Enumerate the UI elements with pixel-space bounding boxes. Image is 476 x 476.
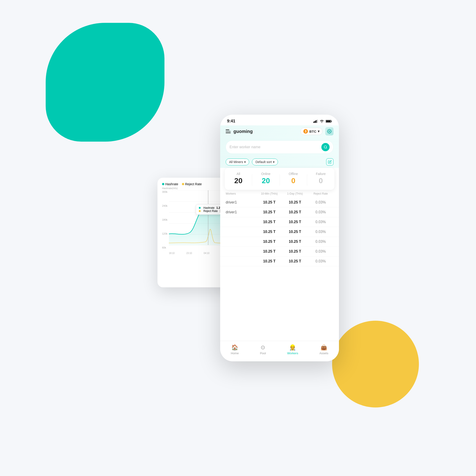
search-icon	[324, 145, 327, 149]
reject-rate-legend-dot	[182, 183, 184, 185]
svg-point-13	[324, 146, 327, 148]
tooltip-reject-label: Reject Rate	[204, 209, 218, 213]
status-bar: 9:41	[220, 115, 339, 125]
hashrate-1day: 10.25 T	[282, 259, 308, 263]
nav-icon-workers: 👷	[289, 344, 296, 351]
worker-table: driver1 10.25 T 10.25 T 0.03% driver1 10…	[220, 198, 339, 266]
currency-selector[interactable]: ₿ BTC ▾	[300, 128, 323, 135]
th-hashrate-10min: 10-Min (TH/s)	[256, 192, 282, 195]
hashrate-10min: 10.25 T	[256, 210, 282, 214]
table-row: 10.25 T 10.25 T 0.03%	[220, 237, 339, 247]
nav-icon-pool: ⊙	[261, 344, 265, 351]
search-bar[interactable]: Enter worker name	[226, 140, 334, 154]
online-label: Online	[252, 172, 279, 176]
hashrate-10min: 10.25 T	[256, 259, 282, 263]
svg-rect-11	[326, 120, 331, 122]
edit-icon	[328, 160, 332, 164]
svg-rect-8	[316, 120, 317, 123]
offline-value: 0	[280, 177, 307, 185]
nav-item-pool[interactable]: ⊙ Pool	[260, 344, 266, 355]
hashrate-10min: 10.25 T	[256, 230, 282, 234]
svg-rect-9	[317, 120, 318, 123]
reject-rate-legend: Reject Rate	[182, 182, 202, 186]
reject-rate: 0.03%	[308, 249, 334, 254]
nav-item-assets[interactable]: 👜 Assets	[319, 344, 328, 355]
nav-label-pool: Pool	[260, 352, 266, 355]
hashrate-1day: 10.25 T	[282, 200, 308, 204]
table-row: driver1 10.25 T 10.25 T 0.03%	[220, 198, 339, 207]
hashrate-1day: 10.25 T	[282, 210, 308, 214]
teal-background-shape	[46, 23, 164, 142]
table-row: 10.25 T 10.25 T 0.03%	[220, 247, 339, 256]
stat-offline: Offline 0	[280, 172, 307, 185]
offline-label: Offline	[280, 172, 307, 176]
reject-rate: 0.03%	[308, 259, 334, 263]
wifi-icon	[320, 120, 324, 123]
yellow-background-shape	[332, 321, 419, 408]
reject-rate: 0.03%	[308, 220, 334, 224]
hashrate-10min: 10.25 T	[256, 239, 282, 244]
svg-rect-7	[315, 121, 315, 123]
table-row: 10.25 T 10.25 T 0.03%	[220, 256, 339, 266]
battery-icon	[326, 120, 332, 123]
bottom-nav: 🏠 Home⊙ Pool👷 Workers👜 Assets	[220, 341, 339, 361]
username-label: guoming	[233, 129, 253, 134]
nav-label-assets: Assets	[319, 352, 328, 355]
hashrate-10min: 10.25 T	[256, 220, 282, 224]
search-placeholder: Enter worker name	[230, 145, 319, 149]
th-workers: Workers	[226, 192, 256, 195]
stat-all: All 20	[225, 172, 252, 185]
hamburger-menu[interactable]	[226, 130, 231, 133]
worker-name: driver1	[226, 200, 256, 204]
nav-label-home: Home	[231, 352, 239, 355]
hashrate-legend: Hashrate	[162, 182, 178, 186]
hashrate-legend-label: Hashrate	[165, 182, 178, 186]
hashrate-1day: 10.25 T	[282, 230, 308, 234]
stats-row: All 20 Online 20 Offline 0 Failure 0	[225, 172, 334, 186]
tooltip-reject-row: Reject Rate 1%	[199, 209, 224, 213]
sort-filter[interactable]: Default sort ▾	[252, 158, 278, 165]
stat-failure: Failure 0	[307, 172, 334, 185]
reject-rate: 0.03%	[308, 239, 334, 244]
nav-icon-assets: 👜	[321, 344, 327, 351]
sort-filter-label: Default sort	[255, 160, 272, 164]
failure-label: Failure	[307, 172, 334, 176]
table-row: driver1 10.25 T 10.25 T 0.03%	[220, 207, 339, 217]
phone-header: guoming ₿ BTC ▾	[220, 125, 339, 138]
online-value: 20	[252, 177, 279, 185]
tooltip-hashrate-row: Hashrate 1.2T	[199, 206, 224, 209]
hashrate-10min: 10.25 T	[256, 200, 282, 204]
th-hashrate-1day: 1-Day (TH/s)	[282, 192, 308, 195]
stats-card: All 20 Online 20 Offline 0 Failure 0	[225, 168, 334, 190]
failure-value: 0	[307, 177, 334, 185]
hashrate-1day: 10.25 T	[282, 239, 308, 244]
settings-button[interactable]	[325, 127, 334, 136]
stat-online: Online 20	[252, 172, 279, 185]
gear-icon	[327, 129, 332, 134]
miner-filter-chevron: ▾	[244, 160, 246, 164]
table-row: 10.25 T 10.25 T 0.03%	[220, 217, 339, 227]
search-button[interactable]	[321, 143, 330, 151]
currency-dropdown-icon: ▾	[318, 129, 320, 133]
signal-icon	[313, 120, 318, 123]
miner-filter-label: All Miners	[229, 160, 243, 164]
miner-filter[interactable]: All Miners ▾	[226, 158, 249, 165]
reject-rate-legend-label: Reject Rate	[185, 182, 202, 186]
chart-y-left-labels: 300k 240k 180k 120k 60k	[162, 190, 168, 249]
nav-item-home[interactable]: 🏠 Home	[231, 344, 239, 355]
search-area: Enter worker name	[220, 138, 339, 156]
edit-filter-button[interactable]	[326, 158, 334, 166]
hashrate-1day: 10.25 T	[282, 249, 308, 254]
nav-item-workers[interactable]: 👷 Workers	[287, 344, 298, 355]
filter-row: All Miners ▾ Default sort ▾	[220, 156, 339, 168]
nav-icon-home: 🏠	[231, 344, 238, 351]
reject-rate: 0.03%	[308, 230, 334, 234]
sort-filter-chevron: ▾	[273, 160, 274, 164]
hashrate-1day: 10.25 T	[282, 220, 308, 224]
header-left: guoming	[226, 129, 253, 134]
table-header: Workers 10-Min (TH/s) 1-Day (TH/s) Rejec…	[220, 190, 339, 198]
all-value: 20	[225, 177, 252, 185]
hashrate-legend-dot	[162, 183, 164, 185]
main-phone: 9:41	[220, 115, 339, 361]
chart-y-label-left: Hashrate(H/s)	[162, 187, 177, 189]
